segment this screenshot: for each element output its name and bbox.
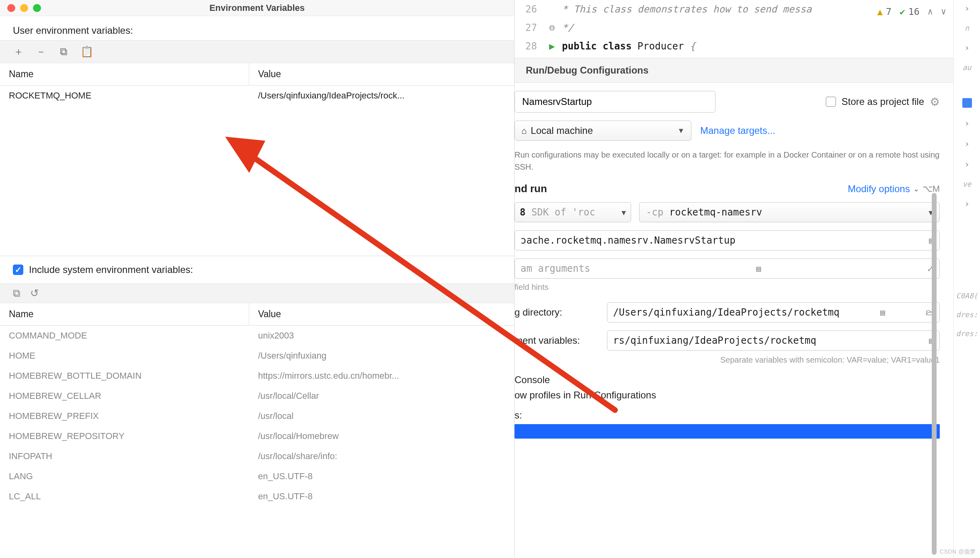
- sys-col-value-header[interactable]: Value: [249, 303, 514, 325]
- sys-var-value: /usr/local/share/info:: [249, 446, 514, 466]
- paste-var-button[interactable]: 📋: [80, 45, 92, 58]
- sys-var-value: en_US.UTF-8: [249, 466, 514, 486]
- add-var-button[interactable]: ＋: [13, 45, 24, 59]
- run-gutter-icon[interactable]: ▶: [549, 37, 555, 55]
- sys-var-row[interactable]: INFOPATH/usr/local/share/info:: [0, 446, 514, 466]
- sys-var-value: en_US.UTF-8: [249, 486, 514, 507]
- console-label: Console: [515, 374, 940, 386]
- editor-peek: 26 * This class demonstrates how to send…: [515, 0, 953, 58]
- ok-check-icon: ✔: [900, 2, 905, 21]
- dialog-title: Environment Variables: [0, 3, 514, 13]
- main-class-input[interactable]: ɔache.rocketmq.namesrv.NamesrvStartup ▤: [515, 230, 940, 250]
- sys-var-name: LANG: [0, 466, 249, 486]
- gutter-item: dres:: [956, 329, 978, 338]
- warning-icon: ▲: [877, 2, 883, 21]
- sys-var-value: https://mirrors.ustc.edu.cn/homebr...: [249, 366, 514, 386]
- gutter-item: dres:: [956, 310, 978, 319]
- sys-var-row[interactable]: HOME/Users/qinfuxiang: [0, 346, 514, 366]
- col-value-header[interactable]: Value: [249, 63, 514, 85]
- warning-badge[interactable]: ▲7: [877, 2, 892, 21]
- env-vars-label: ment variables:: [515, 335, 599, 346]
- sys-var-row[interactable]: HOMEBREW_CELLAR/usr/local/Cellar: [0, 386, 514, 406]
- run-target-combo[interactable]: ⌂Local machine ▼: [515, 121, 691, 141]
- chevron-down-icon: ▼: [621, 208, 626, 217]
- sys-var-row[interactable]: LC_ALLen_US.UTF-8: [0, 486, 514, 507]
- chevron-down-icon: ⌄: [913, 185, 919, 193]
- build-and-run-section-header: nd run Modify options ⌄ ⌥M: [515, 183, 940, 195]
- line-number: 28: [517, 37, 537, 55]
- gutter-item: C0A8(: [956, 291, 978, 300]
- sys-var-name: INFOPATH: [0, 446, 249, 466]
- classpath-module-selector[interactable]: -cp rocketmq-namesrv ▼: [639, 202, 940, 222]
- gutter-item: ve: [963, 180, 972, 188]
- sys-var-name: HOMEBREW_CELLAR: [0, 386, 249, 406]
- chevron-right-icon[interactable]: ›: [964, 3, 970, 13]
- sys-var-value: /usr/local/Cellar: [249, 386, 514, 406]
- chevron-right-icon[interactable]: ›: [964, 118, 970, 128]
- working-dir-input[interactable]: /Users/qinfuxiang/IdeaProjects/rocketmq …: [607, 302, 940, 322]
- include-system-label: Include system environment variables:: [29, 264, 193, 275]
- user-var-value[interactable]: /Users/qinfuxiang/IdeaProjects/rock...: [249, 86, 514, 106]
- console-section: Console ow profiles in Run Configuration…: [515, 374, 940, 439]
- sys-var-name: COMMAND_MODE: [0, 326, 249, 346]
- build-and-run-title: nd run: [515, 183, 547, 195]
- program-args-input[interactable]: am arguments ▤ ⤢: [515, 258, 940, 279]
- next-highlight-button[interactable]: ∨: [941, 2, 946, 21]
- sys-col-name-header[interactable]: Name: [0, 303, 249, 325]
- ok-badge[interactable]: ✔16: [900, 2, 920, 21]
- sys-var-name: HOMEBREW_BOTTLE_DOMAIN: [0, 366, 249, 386]
- user-vars-header-row: Name Value: [0, 63, 514, 86]
- working-dir-label: g directory:: [515, 307, 599, 318]
- user-vars-table: Name Value ROCKETMQ_HOME /Users/qinfuxia…: [0, 63, 514, 256]
- copy-var-button[interactable]: ⧉: [58, 45, 69, 58]
- store-settings-gear-icon[interactable]: ⚙: [930, 95, 940, 109]
- remove-var-button[interactable]: －: [35, 45, 47, 59]
- include-system-row[interactable]: ✓ Include system environment variables:: [0, 256, 514, 283]
- sys-var-row[interactable]: LANGen_US.UTF-8: [0, 466, 514, 486]
- store-as-project-label: Store as project file: [842, 96, 924, 107]
- chevron-right-icon[interactable]: ›: [964, 43, 970, 53]
- code-line: public class Producer {: [534, 41, 695, 52]
- env-vars-input[interactable]: rs/qinfuxiang/IdeaProjects/rocketmq ▤: [607, 330, 940, 351]
- sys-var-row[interactable]: HOMEBREW_REPOSITORY/usr/local/Homebrew: [0, 426, 514, 446]
- chevron-right-icon[interactable]: ›: [964, 159, 970, 169]
- local-machine-icon: ⌂: [521, 126, 527, 136]
- line-number: 26: [517, 0, 537, 18]
- sys-vars-toolbar: ⧉ ↺: [0, 283, 514, 303]
- col-name-header[interactable]: Name: [0, 63, 249, 85]
- field-hints-label: field hints: [515, 283, 940, 292]
- revert-sys-var-button[interactable]: ↺: [30, 287, 39, 300]
- chevron-right-icon[interactable]: ›: [964, 139, 970, 149]
- right-side: 26 * This class demonstrates how to send…: [515, 0, 953, 558]
- panel-scrollbar[interactable]: [932, 193, 937, 555]
- sys-vars-header-row: Name Value: [0, 303, 514, 326]
- modify-options-kbd: ⌥M: [923, 184, 940, 194]
- sys-var-row[interactable]: COMMAND_MODEunix2003: [0, 326, 514, 346]
- sys-var-row[interactable]: HOMEBREW_BOTTLE_DOMAINhttps://mirrors.us…: [0, 366, 514, 386]
- editor-right-gutter: › n › au › › › ve › C0A8( dres: dres:: [953, 0, 980, 558]
- sys-var-row[interactable]: HOMEBREW_PREFIX/usr/local: [0, 406, 514, 426]
- user-var-name[interactable]: ROCKETMQ_HOME: [0, 86, 249, 106]
- chevron-right-icon[interactable]: ›: [964, 199, 970, 209]
- store-as-project-checkbox[interactable]: [826, 96, 836, 107]
- inline-list-icon[interactable]: ▤: [752, 264, 761, 273]
- collapse-icon[interactable]: ⊖: [549, 18, 555, 37]
- code-line: * This class demonstrates how to send me…: [534, 4, 812, 15]
- modify-options-link[interactable]: Modify options ⌄ ⌥M: [848, 183, 940, 195]
- prev-highlight-button[interactable]: ∧: [928, 2, 933, 21]
- config-name-input[interactable]: [515, 91, 716, 113]
- run-debug-config-panel: Run/Debug Configurations Store as projec…: [515, 58, 953, 439]
- user-var-row[interactable]: ROCKETMQ_HOME /Users/qinfuxiang/IdeaProj…: [0, 86, 514, 106]
- selected-logs-row[interactable]: [515, 424, 940, 439]
- include-system-checkbox[interactable]: ✓: [13, 265, 23, 275]
- gutter-marker-icon: [962, 98, 972, 108]
- env-variables-dialog: Environment Variables User environment v…: [0, 0, 515, 558]
- jdk-selector[interactable]: 8 SDK of 'roc ▼: [515, 202, 631, 222]
- sys-var-name: HOMEBREW_PREFIX: [0, 406, 249, 426]
- inspection-badges: ▲7 ✔16 ∧ ∨: [877, 2, 946, 21]
- sys-vars-table: Name Value COMMAND_MODEunix2003HOME/User…: [0, 303, 514, 507]
- manage-targets-link[interactable]: Manage targets...: [700, 125, 775, 136]
- inline-list-icon[interactable]: ▤: [876, 308, 885, 317]
- copy-sys-var-button[interactable]: ⧉: [13, 287, 21, 300]
- titlebar: Environment Variables: [0, 0, 514, 16]
